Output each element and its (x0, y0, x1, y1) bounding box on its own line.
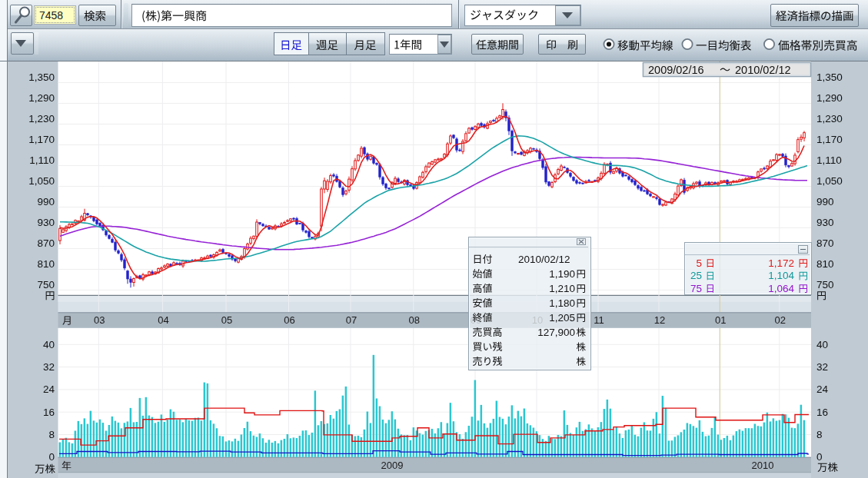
svg-text:07: 07 (346, 314, 357, 326)
svg-text:870: 870 (37, 237, 55, 249)
svg-text:75: 75 (690, 283, 702, 294)
svg-text:990: 990 (816, 196, 834, 207)
svg-text:1,050: 1,050 (28, 175, 55, 187)
svg-text:1,230: 1,230 (28, 113, 55, 124)
svg-text:32: 32 (816, 361, 828, 373)
svg-text:03: 03 (94, 314, 105, 326)
svg-text:08: 08 (409, 314, 420, 326)
svg-text:0: 0 (48, 451, 55, 463)
svg-text:11: 11 (594, 314, 604, 326)
svg-text:24: 24 (43, 383, 55, 395)
svg-text:1,064: 1,064 (768, 283, 794, 294)
svg-text:32: 32 (43, 361, 55, 373)
svg-text:40: 40 (816, 339, 828, 350)
svg-text:5: 5 (696, 257, 702, 269)
svg-text:2009/02/16: 2009/02/16 (648, 64, 704, 76)
svg-text:930: 930 (816, 217, 834, 228)
svg-text:0: 0 (816, 451, 823, 463)
svg-text:930: 930 (37, 217, 55, 228)
svg-text:1,180: 1,180 (549, 297, 575, 308)
svg-text:1,172: 1,172 (768, 257, 794, 269)
svg-text:810: 810 (37, 258, 55, 270)
svg-text:2009: 2009 (381, 460, 404, 471)
svg-text:05: 05 (221, 314, 232, 326)
svg-text:24: 24 (816, 383, 829, 395)
svg-text:1,350: 1,350 (816, 71, 843, 83)
svg-text:2010: 2010 (752, 460, 774, 471)
svg-text:1,104: 1,104 (768, 270, 794, 281)
svg-text:1,190: 1,190 (549, 267, 575, 279)
svg-text:01: 01 (715, 314, 726, 326)
svg-text:1,350: 1,350 (28, 71, 55, 83)
svg-text:1,290: 1,290 (28, 92, 55, 104)
svg-text:2010/02/12: 2010/02/12 (517, 253, 570, 264)
svg-text:04: 04 (158, 314, 168, 326)
svg-text:8: 8 (816, 429, 823, 440)
svg-text:990: 990 (37, 196, 55, 207)
svg-text:1,170: 1,170 (816, 134, 843, 145)
svg-text:2010/02/12: 2010/02/12 (735, 64, 791, 76)
svg-text:12: 12 (654, 314, 665, 326)
svg-text:40: 40 (43, 339, 55, 350)
svg-text:02: 02 (775, 314, 786, 326)
svg-text:1,110: 1,110 (29, 154, 55, 166)
svg-text:750: 750 (816, 279, 834, 290)
svg-text:1,210: 1,210 (549, 282, 575, 294)
svg-text:1,170: 1,170 (28, 134, 55, 145)
svg-text:16: 16 (816, 407, 828, 418)
svg-text:16: 16 (43, 407, 55, 418)
svg-text:1,050: 1,050 (816, 175, 843, 187)
svg-text:1,205: 1,205 (549, 311, 575, 323)
svg-text:870: 870 (816, 237, 834, 249)
svg-text:810: 810 (816, 258, 834, 270)
svg-text:25: 25 (690, 270, 702, 281)
svg-text:1,290: 1,290 (816, 92, 843, 104)
svg-text:750: 750 (37, 279, 55, 290)
svg-text:127,900: 127,900 (537, 326, 575, 337)
svg-text:8: 8 (48, 429, 55, 440)
svg-text:1,110: 1,110 (816, 154, 842, 166)
svg-text:1,230: 1,230 (816, 113, 843, 124)
svg-text:06: 06 (284, 314, 294, 326)
